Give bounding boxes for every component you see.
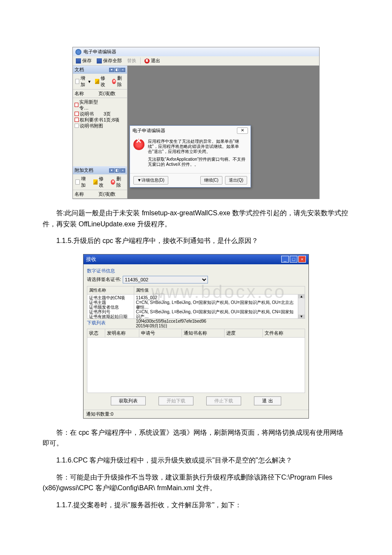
receive-titlebar: 接收 _ □ ×: [84, 254, 308, 264]
delete-attach-button[interactable]: 删除: [110, 175, 126, 189]
edit-attach-button[interactable]: 修改: [92, 175, 108, 189]
editor-titlebar: 电子申请编辑器: [73, 47, 319, 56]
panel-close-icon[interactable]: ×: [120, 68, 125, 72]
get-list-button[interactable]: 获取列表: [111, 396, 146, 405]
paragraph: 答:此问题一般是由于未安装 fmlsetup-ax-greatWallCS.ex…: [43, 208, 349, 229]
editor-title: 电子申请编辑器: [84, 49, 116, 55]
close-button[interactable]: ×: [298, 256, 306, 263]
stop-download-button: 停止下载: [206, 396, 241, 405]
download-list-body: [87, 338, 305, 393]
status-bar: 通知书数量:0: [84, 410, 308, 418]
cert-selector-row: 请选择签名证书: 11435_002: [87, 276, 305, 283]
paragraph: 答：可能是由于升级操作不当导致，建议重新执行升级程序或删除该路径下C:\Prog…: [43, 472, 349, 494]
save-all-button[interactable]: 保存全部: [95, 57, 123, 64]
cert-select[interactable]: 11435_002: [123, 276, 208, 283]
docs-panel-header: 文档 ▾◧×: [73, 66, 127, 74]
minimize-button[interactable]: _: [281, 256, 289, 263]
add-doc-button[interactable]: 增加 ▾: [74, 75, 92, 88]
edit-icon: [95, 79, 99, 84]
xml-icon: [75, 112, 79, 116]
editor-toolbar: 保存 保存全部 替换 退出: [73, 56, 319, 66]
exit-icon: [144, 58, 150, 64]
error-icon: [133, 139, 144, 150]
cert-section-header: 数字证书信息: [87, 268, 305, 274]
continue-button[interactable]: 继续(C): [200, 176, 222, 185]
details-button[interactable]: ▼详细信息(D): [133, 176, 168, 185]
download-list: 状态 发明名称 申请号 通知书名称 进度 文件名称: [87, 329, 305, 393]
docs-columns: 名称 页(项)数: [73, 90, 127, 98]
xml-icon: [75, 103, 78, 107]
replace-button: 替换: [126, 57, 138, 64]
col-prop-value: 属性值: [134, 286, 305, 294]
paragraph: 答：在 cpc 客户端程序中，系统设置》选项》网络，刷新网络页面，将网络切换成现…: [43, 427, 349, 449]
exit-button[interactable]: 退 出: [254, 396, 281, 405]
delete-doc-button[interactable]: 删除: [111, 75, 126, 88]
panel-close-icon[interactable]: ×: [120, 168, 125, 173]
scroll-up-icon[interactable]: ▲: [298, 295, 305, 298]
exit-button[interactable]: 退出: [143, 57, 161, 64]
edit-icon: [93, 179, 98, 185]
scroll-down-icon[interactable]: ▼: [298, 315, 305, 318]
tree-row[interactable]: 说明书附图: [75, 123, 125, 129]
col-prop-name: 属性名称: [87, 286, 134, 294]
doc-icon: [75, 179, 80, 185]
tree-row[interactable]: 说明书3页: [75, 111, 125, 117]
error-message: 应用程序中发生了无法处理的异常。如果单击"继续"，应用程序将忽略此错误并尝试继续…: [148, 139, 247, 170]
scrollbar[interactable]: ▲▼: [298, 295, 305, 318]
app-icon: [75, 49, 81, 55]
prop-values: www.bdocx.com 11435_002 C=CN, S=BeiJing,…: [134, 295, 298, 318]
doc-icon: [75, 79, 79, 84]
dialog-close-button[interactable]: ✕: [237, 127, 248, 134]
docs-tree[interactable]: 实用新型专… 说明书3页 权利要求书1页;8项 说明书附图: [73, 98, 127, 130]
tree-row[interactable]: 实用新型专…: [75, 99, 125, 111]
attach-panel-header: 附加文档 ▾◧×: [73, 166, 127, 174]
delete-icon: [112, 79, 116, 84]
quit-button[interactable]: 退出(Q): [225, 176, 247, 185]
add-attach-button[interactable]: 增加: [74, 175, 90, 189]
paragraph: 1.1.6.CPC 客户端升级过程中，提示升级失败或提示"目录不是空的"怎么解决…: [43, 455, 349, 466]
attach-columns: 名称 页(项)数: [73, 190, 127, 199]
docs-panel-toolbar: 增加 ▾ 修改 删除: [73, 74, 127, 90]
receive-window: 接收 _ □ × 数字证书信息 请选择签名证书: 11435_002 属性名称 …: [83, 254, 309, 419]
delete-icon: [111, 179, 115, 185]
document-body: 答:此问题一般是由于未安装 fmlsetup-ax-greatWallCS.ex…: [43, 208, 349, 246]
save-all-icon: [97, 58, 102, 64]
panel-pin-icon[interactable]: ▾: [109, 68, 114, 72]
doc-icon: [75, 124, 79, 128]
panel-dock-icon[interactable]: ◧: [115, 68, 120, 72]
download-buttons: 获取列表 开始下载 停止下载 退 出: [87, 393, 305, 409]
cert-label: 请选择签名证书:: [87, 276, 121, 283]
xml-icon: [75, 118, 79, 122]
tree-row[interactable]: 权利要求书1页;8项: [75, 117, 125, 123]
document-body: 答：在 cpc 客户端程序中，系统设置》选项》网络，刷新网络页面，将网络切换成现…: [43, 427, 349, 511]
save-button[interactable]: 保存: [75, 57, 93, 64]
sidebar: 文档 ▾◧× 增加 ▾ 修改 删除 名称 页(项)数 实用新型专… 说明书3页 …: [73, 66, 127, 199]
editor-canvas: 电子申请编辑器 ✕ 应用程序中发生了无法处理的异常。如果单击"继续"，应用程序将…: [127, 66, 319, 199]
maximize-button[interactable]: □: [290, 256, 297, 263]
error-dialog: 电子申请编辑器 ✕ 应用程序中发生了无法处理的异常。如果单击"继续"，应用程序将…: [130, 125, 251, 188]
start-download-button: 开始下载: [159, 396, 193, 405]
download-columns: 状态 发明名称 申请号 通知书名称 进度 文件名称: [87, 329, 305, 338]
edit-doc-button[interactable]: 修改: [94, 75, 109, 88]
panel-dock-icon[interactable]: ◧: [115, 168, 120, 173]
panel-pin-icon[interactable]: ▾: [109, 168, 114, 173]
paragraph: 1.1.7.提交案卷时，提示"服务器拒收，文件解压异常"，如下：: [43, 500, 349, 511]
save-icon: [76, 58, 81, 64]
editor-window: 电子申请编辑器 保存 保存全部 替换 退出 文档 ▾◧× 增加 ▾ 修改 删除 …: [72, 47, 320, 199]
paragraph: 1.1.5.升级后的 cpc 客户端程序中，接收不到通知书，是什么原因？: [43, 235, 349, 246]
prop-names: 证书主题中的CN项 证书主题 证书颁发者信息 证书序列号 证书有效期起始日期: [87, 295, 134, 318]
error-dialog-header: 电子申请编辑器 ✕: [130, 126, 251, 136]
attach-panel-toolbar: 增加 修改 删除: [73, 174, 127, 190]
cert-properties-table: 属性名称 属性值 证书主题中的CN项 证书主题 证书颁发者信息 证书序列号 证书…: [87, 286, 305, 319]
